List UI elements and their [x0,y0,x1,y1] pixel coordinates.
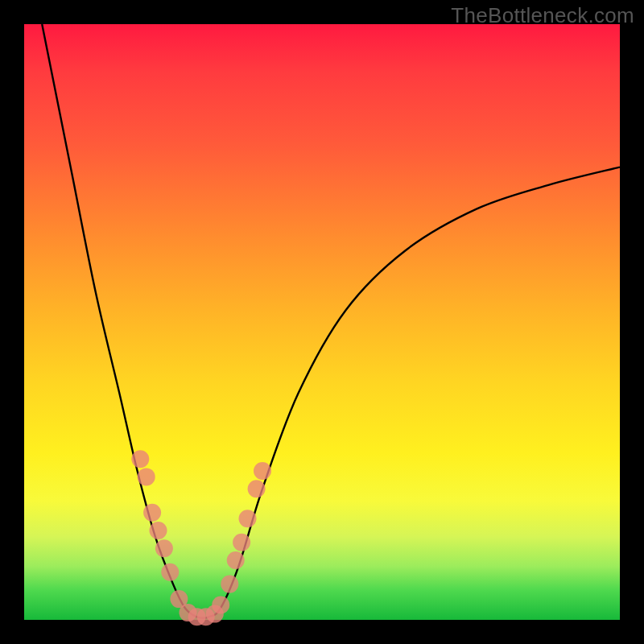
sample-dot [138,468,155,485]
sample-dot [248,480,266,497]
sample-dot [131,450,149,468]
sample-dot [239,510,257,527]
plot-area [24,24,620,620]
sample-dot [143,504,161,522]
sample-dot [233,534,250,551]
bottleneck-curve [42,24,620,618]
watermark-text: TheBottleneck.com [451,3,634,28]
sample-dot [161,564,179,581]
sample-dot [227,551,245,569]
sample-dot [155,539,173,557]
chart-frame: TheBottleneck.com [0,0,644,644]
sample-dot [221,576,238,593]
sample-dot [212,597,229,614]
sample-dot [254,462,271,480]
sample-dot [150,522,167,539]
sample-dots [131,450,271,625]
chart-svg [24,24,620,620]
